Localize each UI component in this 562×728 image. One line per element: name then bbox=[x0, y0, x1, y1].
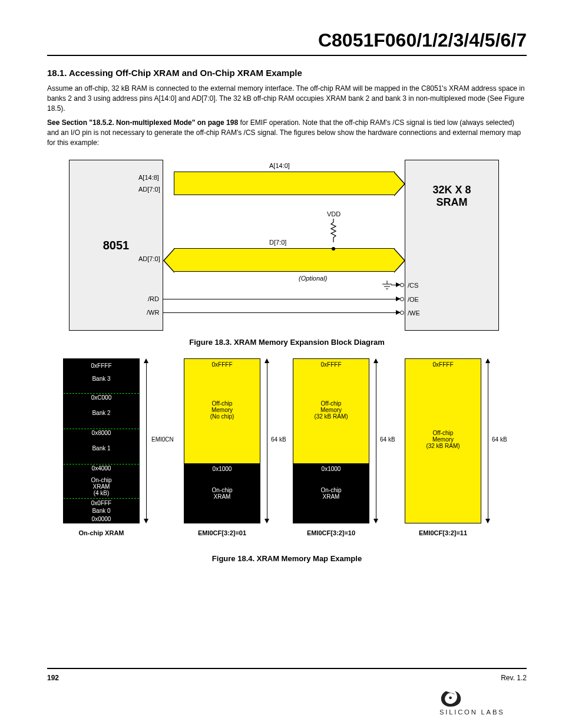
bank2-sep bbox=[64, 429, 139, 429]
data-bus-label: D[7:0] bbox=[269, 239, 286, 246]
ground-icon bbox=[381, 281, 393, 293]
pane1-bank1: Bank 1 bbox=[64, 445, 139, 452]
oe-bubble bbox=[400, 297, 404, 301]
block-sram-label: 32K X 8 SRAM bbox=[432, 184, 471, 209]
addr-bus-label: A[14:0] bbox=[269, 162, 290, 169]
pane3-offchip: Off-chip Memory (32 kB RAM) bbox=[293, 400, 369, 420]
pane3-gap: 0x1000 bbox=[293, 466, 369, 472]
ad7-0-label: AD[7:0] bbox=[138, 186, 160, 193]
pane2-offchip: Off-chip Memory (No chip) bbox=[184, 400, 260, 420]
pane1-sep1: 0x4000 bbox=[64, 465, 139, 472]
wr-label: /WR bbox=[147, 309, 159, 316]
pane1-sep3: 0xC000 bbox=[64, 394, 139, 401]
pane3-bracket-label: 64 kB bbox=[380, 436, 395, 443]
block-8051-label: 8051 bbox=[103, 238, 130, 252]
silicon-labs-logo: SILICON LABS bbox=[438, 687, 527, 716]
onchip-sep bbox=[64, 498, 139, 499]
paragraph-2: See Section "18.5.2. Non-multiplexed Mod… bbox=[47, 118, 527, 147]
cs-arrow-icon bbox=[396, 282, 401, 287]
bank3-sep bbox=[64, 393, 139, 394]
rd-label: /RD bbox=[148, 295, 159, 302]
svg-point-4 bbox=[449, 696, 452, 699]
figure-18-3: 8051 32K X 8 SRAM A[14:0] A[14:8] AD[7:0… bbox=[63, 154, 511, 331]
address-bus bbox=[174, 172, 395, 195]
pane-emi10: 0xFFFF Off-chip Memory (32 kB RAM) 0x100… bbox=[293, 358, 369, 523]
section-title-text: Accessing Off-Chip XRAM and On-Chip XRAM… bbox=[69, 68, 302, 78]
pane1-bracket-label: EMI0CN bbox=[151, 436, 174, 443]
xref: See Section "18.5.2. Non-multiplexed Mod… bbox=[47, 118, 240, 127]
block-sram: 32K X 8 SRAM bbox=[405, 160, 499, 331]
pane1-0fff: 0x0FFF bbox=[64, 500, 139, 506]
part-number: C8051F060/1/2/3/4/5/6/7 bbox=[47, 29, 527, 51]
cs-bubble bbox=[400, 283, 404, 287]
page-number: 192 bbox=[47, 674, 59, 682]
pane2-title: EMI0CF[3:2]=01 bbox=[175, 529, 269, 536]
revision: Rev. 1.2 bbox=[501, 674, 527, 682]
vdd-label: VDD bbox=[327, 210, 340, 218]
cs-label: /CS bbox=[408, 282, 418, 289]
pane4-title: EMI0CF[3:2]=11 bbox=[396, 529, 490, 536]
pane1-bank3: Bank 3 bbox=[64, 375, 139, 382]
figure-18-4: 0xFFFF Bank 3 0xC000 Bank 2 0x8000 Bank … bbox=[57, 358, 517, 547]
pane1-0000: 0x0000 bbox=[64, 516, 139, 522]
pane2-gap: 0x1000 bbox=[184, 466, 260, 472]
pullup-node bbox=[332, 247, 335, 251]
we-arrow-icon bbox=[396, 310, 401, 315]
header-rule bbox=[47, 55, 527, 56]
pane4-bracket bbox=[484, 358, 492, 523]
pane-onchip: 0xFFFF Bank 3 0xC000 Bank 2 0x8000 Bank … bbox=[63, 358, 140, 523]
pane4-bracket-label: 64 kB bbox=[492, 436, 507, 443]
wr-wire bbox=[163, 312, 400, 313]
oe-label: /OE bbox=[408, 296, 419, 303]
oe-arrow-icon bbox=[396, 297, 401, 301]
rd-wire bbox=[163, 299, 400, 299]
pane1-bracket bbox=[142, 358, 150, 523]
pullup-resistor-icon bbox=[330, 219, 336, 242]
pane2-bracket-label: 64 kB bbox=[271, 436, 286, 443]
we-bubble bbox=[400, 311, 404, 315]
paragraph-1: Assume an off-chip, 32 kB RAM is connect… bbox=[47, 84, 527, 113]
pane1-bank0: Bank 0 bbox=[64, 508, 139, 514]
ad7-0-label-2: AD[7:0] bbox=[138, 255, 160, 262]
bank1-sep bbox=[64, 464, 139, 465]
pane4-offchip: Off-chip Memory (32 kB RAM) bbox=[405, 430, 481, 449]
data-bus bbox=[174, 248, 395, 272]
pane-emi11: 0xFFFF Off-chip Memory (32 kB RAM) bbox=[405, 358, 481, 523]
pane3-title: EMI0CF[3:2]=10 bbox=[284, 529, 378, 536]
section-heading: 18.1. Accessing Off-Chip XRAM and On-Chi… bbox=[47, 68, 527, 78]
pane1-top-addr: 0xFFFF bbox=[64, 363, 139, 369]
pane1-title: On-chip XRAM bbox=[54, 529, 148, 536]
section-number: 18.1. bbox=[47, 68, 67, 78]
a14-8-label: A[14:8] bbox=[138, 174, 159, 181]
logo-text: SILICON LABS bbox=[439, 709, 505, 716]
figure-18-3-caption: Figure 18.3. XRAM Memory Expansion Block… bbox=[47, 338, 527, 347]
pane1-bank2: Bank 2 bbox=[64, 410, 139, 416]
figure-18-4-caption: Figure 18.4. XRAM Memory Map Example bbox=[47, 554, 527, 563]
pane2-onchip: On-chip XRAM bbox=[184, 487, 260, 500]
optional-label: (Optional) bbox=[299, 275, 327, 282]
pane3-onchip: On-chip XRAM bbox=[293, 487, 369, 500]
pane4-top: 0xFFFF bbox=[405, 361, 481, 368]
pane1-head: On-chip XRAM (4 kB) bbox=[64, 477, 139, 496]
pane-emi01: 0xFFFF Off-chip Memory (No chip) 0x1000 … bbox=[184, 358, 260, 523]
footer-rule bbox=[47, 668, 527, 669]
pane3-bracket bbox=[372, 358, 380, 523]
pane2-top: 0xFFFF bbox=[184, 361, 260, 368]
we-label: /WE bbox=[408, 309, 420, 317]
pane1-sep2: 0x8000 bbox=[64, 430, 139, 436]
pane2-bracket bbox=[263, 358, 271, 523]
pane3-top: 0xFFFF bbox=[293, 361, 369, 368]
